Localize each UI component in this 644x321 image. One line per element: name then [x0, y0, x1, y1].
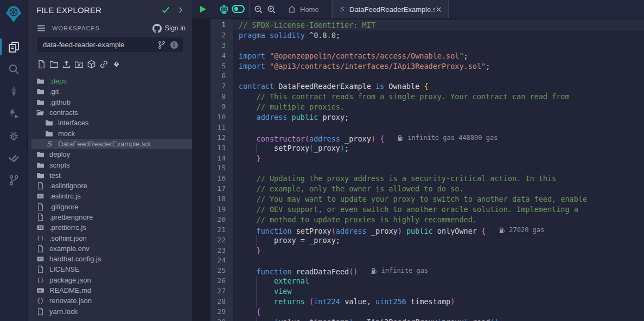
- line-number[interactable]: 28: [211, 297, 226, 307]
- code-line[interactable]: proxy = _proxy;: [233, 235, 644, 246]
- line-number[interactable]: 1: [211, 20, 226, 30]
- code-line[interactable]: import "@openzeppelin/contracts/access/O…: [233, 51, 644, 61]
- line-number[interactable]: 27: [211, 286, 226, 297]
- tree-item[interactable]: {}package.json: [31, 275, 192, 285]
- workspace-selector[interactable]: data-feed-reader-example: [37, 37, 183, 52]
- tree-item[interactable]: example.env: [31, 243, 192, 254]
- unit-testing-icon[interactable]: [0, 147, 27, 169]
- workspace-switch-icon[interactable]: [170, 41, 178, 49]
- line-number[interactable]: 7: [211, 81, 226, 92]
- code-line[interactable]: // SPDX-License-Identifier: MIT: [233, 20, 644, 30]
- check-icon[interactable]: [161, 5, 171, 15]
- code-line[interactable]: }: [233, 246, 644, 256]
- line-number[interactable]: 14: [211, 153, 226, 164]
- code-line[interactable]: }: [233, 153, 644, 164]
- line-number[interactable]: 26: [211, 276, 226, 286]
- new-file-icon[interactable]: [37, 60, 46, 69]
- code-line[interactable]: [233, 123, 644, 133]
- tree-item[interactable]: scripts: [31, 159, 192, 170]
- publish-gist-icon[interactable]: [112, 60, 121, 69]
- new-folder-icon[interactable]: [49, 60, 59, 69]
- tree-item[interactable]: .eslintignore: [31, 181, 192, 191]
- tree-item[interactable]: SDataFeedReaderExample.sol: [31, 139, 192, 149]
- line-number[interactable]: 19: [211, 204, 226, 215]
- git-branch-icon[interactable]: [157, 41, 166, 49]
- code-line[interactable]: view: [233, 286, 644, 297]
- line-number[interactable]: 10: [211, 112, 226, 123]
- close-icon[interactable]: [435, 5, 443, 14]
- code-line[interactable]: address public proxy;: [233, 112, 644, 123]
- code-line[interactable]: (value, timestamp) = IApi3ReaderProxy(pr…: [233, 317, 644, 321]
- tree-item[interactable]: .git: [31, 86, 192, 97]
- code-line[interactable]: // method to update proxies is highly re…: [233, 215, 644, 225]
- code-line[interactable]: returns (int224 value, uint256 timestamp…: [233, 297, 644, 307]
- code-line[interactable]: // This contract reads from a single pro…: [233, 92, 644, 102]
- code-line[interactable]: function setProxy(address _proxy) public…: [233, 225, 644, 235]
- workspaces-menu-icon[interactable]: [36, 23, 46, 33]
- code-line[interactable]: import "@api3/contracts/interfaces/IApi3…: [233, 61, 644, 72]
- tree-item[interactable]: test: [31, 170, 192, 181]
- code-line[interactable]: // OEV support, or even switch to anothe…: [233, 204, 644, 215]
- github-sign-in-button[interactable]: Sign in: [152, 24, 186, 33]
- line-number[interactable]: 18: [211, 194, 226, 204]
- code-line[interactable]: // multiple proxies.: [233, 102, 644, 112]
- git-icon[interactable]: [0, 169, 27, 191]
- tree-item[interactable]: interfaces: [31, 118, 192, 128]
- code-line[interactable]: [233, 255, 644, 266]
- tree-item[interactable]: .prettierignore: [31, 212, 192, 222]
- code-line[interactable]: // You may want to update your proxy to …: [233, 194, 644, 204]
- line-number[interactable]: 11: [211, 123, 226, 133]
- line-number[interactable]: 22: [211, 235, 226, 246]
- line-number[interactable]: 30: [211, 317, 226, 321]
- line-number[interactable]: 17: [211, 184, 226, 194]
- tree-item[interactable]: deploy: [31, 149, 192, 159]
- line-number[interactable]: 3: [211, 41, 226, 51]
- line-number[interactable]: 21: [211, 225, 226, 235]
- chevron-right-icon[interactable]: [175, 5, 186, 15]
- line-number[interactable]: 24: [211, 255, 226, 266]
- line-number[interactable]: 25: [211, 266, 226, 276]
- deploy-run-icon[interactable]: [0, 102, 27, 125]
- tree-item[interactable]: mock: [31, 128, 192, 138]
- line-number-gutter[interactable]: 1234567891011121314151617181920212223242…: [211, 19, 233, 321]
- tree-item[interactable]: {}renovate.json: [31, 296, 192, 306]
- code-line[interactable]: // example, only the owner is allowed to…: [233, 184, 644, 194]
- ipfs-cube-icon[interactable]: [87, 60, 96, 69]
- code-line[interactable]: constructor(address _proxy) {infinite ga…: [233, 133, 644, 143]
- code-content[interactable]: // SPDX-License-Identifier: MITpragma so…: [233, 19, 644, 321]
- tree-item[interactable]: JS.prettierrc.js: [31, 222, 192, 233]
- line-number[interactable]: 9: [211, 102, 226, 112]
- tree-item[interactable]: M↓README.md: [31, 285, 192, 296]
- tree-item[interactable]: .github: [31, 97, 192, 107]
- code-line[interactable]: [233, 41, 644, 51]
- code-line[interactable]: contract DataFeedReaderExample is Ownabl…: [233, 81, 644, 92]
- zoom-out-icon[interactable]: [254, 5, 263, 14]
- line-number[interactable]: 29: [211, 307, 226, 317]
- zoom-in-icon[interactable]: [267, 5, 276, 14]
- line-number[interactable]: 20: [211, 215, 226, 225]
- import-link-icon[interactable]: [99, 60, 109, 69]
- ai-assistant-icon[interactable]: [219, 4, 229, 15]
- upload-file-icon[interactable]: [62, 60, 71, 69]
- search-icon[interactable]: [0, 58, 27, 80]
- tab-home[interactable]: Home: [280, 0, 331, 18]
- tree-item[interactable]: yarn.lock: [31, 306, 192, 317]
- run-script-icon[interactable]: [199, 5, 207, 14]
- line-number[interactable]: 23: [211, 246, 226, 256]
- remix-logo-icon[interactable]: [0, 0, 27, 28]
- line-number[interactable]: 8: [211, 92, 226, 102]
- tree-item[interactable]: JS.eslintrc.js: [31, 191, 192, 201]
- upload-folder-icon[interactable]: [74, 60, 84, 69]
- tree-item[interactable]: {}.solhint.json: [31, 233, 192, 243]
- line-number[interactable]: 16: [211, 174, 226, 184]
- debugger-icon[interactable]: [0, 125, 27, 147]
- tree-item[interactable]: contracts: [31, 107, 192, 118]
- code-line[interactable]: setProxy(_proxy);: [233, 143, 644, 153]
- code-line[interactable]: [233, 71, 644, 81]
- code-line[interactable]: {: [233, 307, 644, 317]
- file-explorer-icon[interactable]: [0, 36, 27, 58]
- code-line[interactable]: function readDataFeed()infinite gas: [233, 266, 644, 276]
- tree-item[interactable]: JShardhat.config.js: [31, 254, 192, 264]
- ai-toggle-icon[interactable]: [232, 5, 245, 14]
- tab-datafeedreaderexample[interactable]: S DataFeedReaderExample.sol: [332, 0, 449, 18]
